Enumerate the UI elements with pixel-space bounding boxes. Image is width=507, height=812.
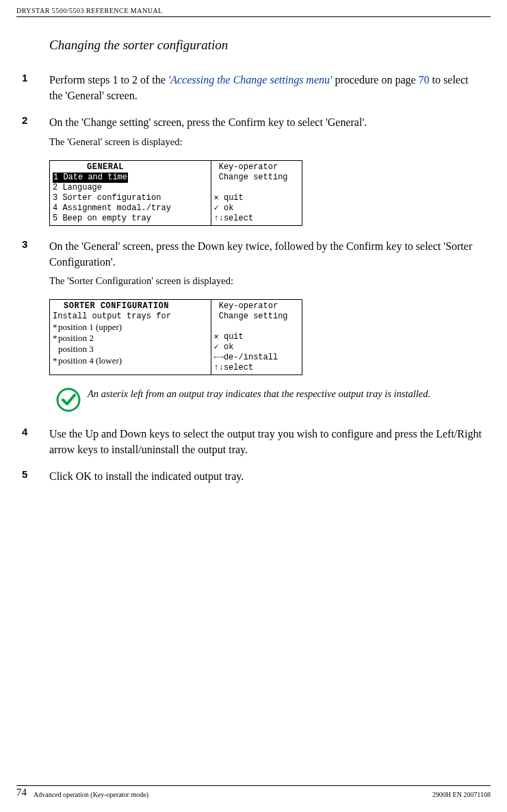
asterisk-mark: * xyxy=(53,333,58,344)
lcd-general-screen: GENERAL 1 Date and time 2 Language 3 Sor… xyxy=(49,160,302,226)
lcd-left-panel: SORTER CONFIGURATION Install output tray… xyxy=(50,300,211,375)
note-text: An asterix left from an output tray indi… xyxy=(88,388,430,401)
step-3: 3 On the 'General' screen, press the Dow… xyxy=(49,238,482,288)
step-5: 5 Click OK to install the indicated outp… xyxy=(49,468,482,484)
position-label: position 1 (upper) xyxy=(58,322,122,332)
lcd-menu-item: 4 Assignment modal./tray xyxy=(53,203,208,214)
asterisk-mark: * xyxy=(53,322,58,333)
page-footer: 74 Advanced operation (Key-operator mode… xyxy=(16,785,491,800)
step-body: Click OK to install the indicated output… xyxy=(49,468,482,484)
position-label: position 2 xyxy=(58,333,94,343)
position-row: *position 1 (upper) xyxy=(53,322,208,333)
step2-sub: The 'General' screen is displayed: xyxy=(49,135,482,149)
step-2: 2 On the 'Change setting' screen, press … xyxy=(49,114,482,149)
position-row: *position 2 xyxy=(53,333,208,344)
step-number: 1 xyxy=(22,72,49,84)
page-number: 74 xyxy=(16,787,27,798)
svg-point-0 xyxy=(57,389,79,411)
info-note: An asterix left from an output tray indi… xyxy=(56,388,482,412)
step1-pre: Perform steps 1 to 2 of the xyxy=(49,74,168,86)
step4-text: Use the Up and Down keys to select the o… xyxy=(49,426,482,457)
running-header: DRYSTAR 5500/5503 REFERENCE MANUAL xyxy=(16,7,491,17)
lcd-menu-item: 3 Sorter configuration xyxy=(53,193,208,203)
section-title: Changing the sorter configuration xyxy=(49,38,482,53)
step3-sub: The 'Sorter Configuration' screen is dis… xyxy=(49,274,482,288)
step5-text: Click OK to install the indicated output… xyxy=(49,468,482,484)
page: DRYSTAR 5500/5503 REFERENCE MANUAL Chang… xyxy=(0,0,507,812)
position-row: *position 4 (lower) xyxy=(53,355,208,366)
position-row: position 3 xyxy=(53,344,208,355)
step1-mid: procedure on page xyxy=(332,74,418,86)
page-content: Changing the sorter configuration 1 Perf… xyxy=(49,38,482,496)
position-label: position 3 xyxy=(58,344,94,354)
footer-left-text: Advanced operation (Key-operator mode) xyxy=(34,791,432,798)
step-body: Use the Up and Down keys to select the o… xyxy=(49,426,482,457)
link-accessing-change-settings[interactable]: 'Accessing the Change settings menu' xyxy=(168,74,333,86)
step-number: 4 xyxy=(22,426,49,437)
step-number: 2 xyxy=(22,114,49,126)
asterisk-mark: * xyxy=(53,355,58,366)
step-1: 1 Perform steps 1 to 2 of the 'Accessing… xyxy=(49,72,482,103)
step-body: On the 'Change setting' screen, press th… xyxy=(49,114,482,149)
position-list: *position 1 (upper) *position 2 position… xyxy=(53,322,208,366)
step-body: Perform steps 1 to 2 of the 'Accessing t… xyxy=(49,72,482,103)
lcd-right-panel: Key-operator Change setting ✕ quit ✓ ok … xyxy=(211,161,302,225)
lcd-instruction: Install output trays for xyxy=(53,312,208,322)
lcd-right-panel: Key-operator Change setting ✕ quit ✓ ok … xyxy=(211,300,302,375)
page-ref-70[interactable]: 70 xyxy=(419,74,430,86)
step-4: 4 Use the Up and Down keys to select the… xyxy=(49,426,482,457)
lcd-menu-item: 2 Language xyxy=(53,183,208,193)
checkmark-icon xyxy=(56,388,81,412)
step-number: 5 xyxy=(22,468,49,480)
step-body: On the 'General' screen, press the Down … xyxy=(49,238,482,288)
lcd-menu-item: 5 Beep on empty tray xyxy=(53,214,208,224)
lcd-menu-item-selected: 1 Date and time xyxy=(53,173,128,183)
step2-text: On the 'Change setting' screen, press th… xyxy=(49,114,482,130)
lcd-title: GENERAL xyxy=(53,162,208,173)
position-label: position 4 (lower) xyxy=(58,355,122,366)
lcd-sorter-config-screen: SORTER CONFIGURATION Install output tray… xyxy=(49,299,302,375)
step3-text: On the 'General' screen, press the Down … xyxy=(49,238,482,270)
lcd-left-panel: GENERAL 1 Date and time 2 Language 3 Sor… xyxy=(50,161,211,225)
lcd-title: SORTER CONFIGURATION xyxy=(53,301,208,312)
footer-right-text: 2900H EN 20071108 xyxy=(432,791,491,798)
step-number: 3 xyxy=(22,238,49,250)
running-header-text: DRYSTAR 5500/5503 REFERENCE MANUAL xyxy=(16,7,163,14)
